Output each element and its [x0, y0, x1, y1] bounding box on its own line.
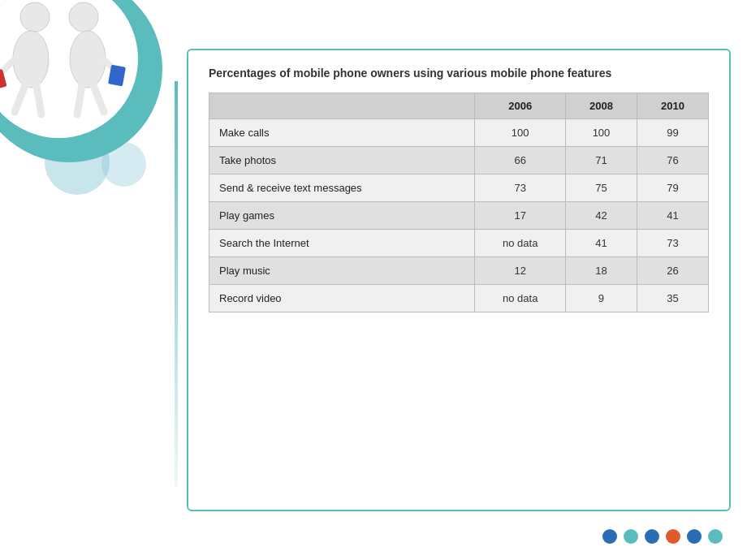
table-row: Play music121826 [209, 257, 709, 285]
cell-2010: 41 [637, 202, 708, 230]
blue-vertical-line [175, 81, 178, 487]
cell-2008: 9 [565, 285, 637, 312]
col-header-2008: 2008 [565, 93, 637, 119]
svg-point-0 [20, 2, 50, 32]
cell-feature: Play music [209, 257, 475, 285]
svg-line-11 [93, 85, 104, 112]
cell-2006: no data [475, 230, 566, 257]
teal-circle [0, 0, 162, 162]
cell-2010: 76 [637, 147, 708, 174]
svg-point-4 [69, 2, 98, 32]
cell-2006: 12 [475, 257, 566, 285]
figures-illustration [0, 0, 132, 132]
nav-dot-5[interactable] [708, 529, 723, 544]
col-header-feature [209, 93, 475, 119]
cell-feature: Send & receive text messages [209, 174, 475, 202]
cell-2006: 66 [475, 147, 566, 174]
main-panel: Percentages of mobile phone owners using… [187, 49, 731, 511]
col-header-2010: 2010 [637, 93, 708, 119]
cell-2010: 79 [637, 174, 708, 202]
nav-dot-4[interactable] [687, 529, 702, 544]
nav-dot-1[interactable] [624, 529, 638, 544]
table-row: Send & receive text messages737579 [209, 174, 709, 202]
chart-title: Percentages of mobile phone owners using… [209, 67, 709, 80]
cell-feature: Take photos [209, 147, 475, 174]
svg-line-8 [15, 85, 25, 112]
cell-2008: 41 [565, 230, 637, 257]
cell-2008: 100 [565, 119, 637, 147]
cell-2010: 26 [637, 257, 708, 285]
navigation-dots [602, 529, 723, 544]
cell-2010: 99 [637, 119, 708, 147]
cell-feature: Play games [209, 202, 475, 230]
table-row: Take photos667176 [209, 147, 709, 174]
table-row: Search the Internetno data4173 [209, 230, 709, 257]
cell-feature: Search the Internet [209, 230, 475, 257]
cell-2010: 35 [637, 285, 708, 312]
table-header-row: 2006 2008 2010 [209, 93, 709, 119]
cell-2008: 18 [565, 257, 637, 285]
cell-2006: 73 [475, 174, 566, 202]
cell-2008: 71 [565, 147, 637, 174]
table-row: Record videono data935 [209, 285, 709, 312]
svg-line-9 [37, 85, 41, 114]
cell-feature: Record video [209, 285, 475, 312]
nav-dot-0[interactable] [602, 529, 617, 544]
table-row: Make calls10010099 [209, 119, 709, 147]
data-table: 2006 2008 2010 Make calls10010099Take ph… [209, 93, 709, 312]
cell-2008: 42 [565, 202, 637, 230]
cell-2008: 75 [565, 174, 637, 202]
nav-dot-2[interactable] [645, 529, 659, 544]
table-row: Play games174241 [209, 202, 709, 230]
svg-line-10 [77, 85, 82, 114]
cell-2006: 100 [475, 119, 566, 147]
nav-dot-3[interactable] [666, 529, 680, 544]
col-header-2006: 2006 [475, 93, 566, 119]
white-circle [0, 0, 138, 138]
cell-2006: no data [475, 285, 566, 312]
cell-2010: 73 [637, 230, 708, 257]
cell-2006: 17 [475, 202, 566, 230]
cell-feature: Make calls [209, 119, 475, 147]
